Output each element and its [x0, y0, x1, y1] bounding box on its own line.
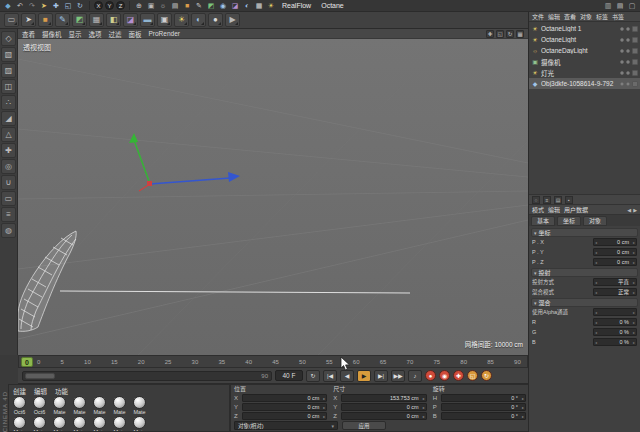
- viewport-menu-item[interactable]: 摄像机: [42, 29, 62, 39]
- history-icon[interactable]: ▭: [4, 13, 19, 27]
- axis-z-button[interactable]: Z: [116, 1, 125, 10]
- snap-icon[interactable]: ∪: [1, 175, 16, 190]
- environment-icon[interactable]: ◐: [242, 1, 252, 11]
- make-editable-icon[interactable]: ◇: [1, 31, 16, 46]
- camera-tool-icon[interactable]: ▣: [157, 13, 172, 27]
- visibility-dot-render[interactable]: [626, 49, 630, 53]
- visibility-dot-render[interactable]: [626, 82, 630, 86]
- subdivision-icon[interactable]: ◩: [206, 1, 216, 11]
- record-scale-button[interactable]: ◱: [467, 370, 478, 381]
- object-menu-item[interactable]: 书签: [612, 12, 624, 21]
- viewport-menu-item[interactable]: ProRender: [149, 30, 180, 37]
- attribute-tab[interactable]: 基本: [531, 216, 555, 226]
- floor-tool-icon[interactable]: ▬: [140, 13, 155, 27]
- object-row[interactable]: ☀ 灯光: [529, 67, 640, 78]
- attribute-field[interactable]: [593, 308, 637, 316]
- material-item[interactable]: Mate: [11, 416, 28, 432]
- toggle-view-icon[interactable]: ▦: [516, 30, 524, 38]
- measure-icon[interactable]: ◍: [1, 223, 16, 238]
- spline-tool-icon[interactable]: ✎: [55, 13, 70, 27]
- attr-forward-icon[interactable]: ▶: [633, 207, 637, 213]
- object-tag-icon[interactable]: [632, 59, 638, 65]
- viewport-menu-item[interactable]: 查看: [22, 29, 35, 39]
- attribute-tab[interactable]: 坐标: [557, 216, 581, 226]
- object-menu-item[interactable]: 标签: [596, 12, 608, 21]
- position-field[interactable]: 0 cm: [242, 412, 327, 420]
- axis-y-button[interactable]: Y: [105, 1, 114, 10]
- workplane-lock-icon[interactable]: ▭: [1, 191, 16, 206]
- object-row[interactable]: ◆ Obj3dkfe-1058614-9-792: [529, 78, 640, 89]
- points-mode-icon[interactable]: ∴: [1, 95, 16, 110]
- quantize-icon[interactable]: ≡: [1, 207, 16, 222]
- search-icon[interactable]: ○: [532, 196, 540, 204]
- visibility-dot-editor[interactable]: [620, 71, 624, 75]
- workplane-icon[interactable]: ◫: [1, 79, 16, 94]
- attribute-field[interactable]: 0 cm: [593, 248, 637, 256]
- light-tool-icon[interactable]: ☀: [174, 13, 189, 27]
- visibility-dot-editor[interactable]: [620, 27, 624, 31]
- material-menu-item[interactable]: 创建: [13, 386, 26, 396]
- cube-primitive-icon[interactable]: ■: [182, 1, 192, 11]
- material-item[interactable]: Mate: [51, 416, 68, 432]
- apply-button[interactable]: 应用: [342, 421, 386, 430]
- object-row[interactable]: ☼ OctaneDayLight: [529, 45, 640, 56]
- object-menu-item[interactable]: 查看: [564, 12, 576, 21]
- attribute-field[interactable]: 0 cm: [593, 258, 637, 266]
- frame-field[interactable]: 40 F: [275, 370, 303, 381]
- axis-mode-icon[interactable]: ✚: [1, 143, 16, 158]
- attribute-field[interactable]: 0 %: [593, 318, 637, 326]
- material-item[interactable]: Mate: [131, 396, 148, 415]
- attribute-select[interactable]: 正常: [593, 288, 637, 296]
- current-frame-marker[interactable]: 0: [21, 357, 33, 367]
- perspective-viewport[interactable]: 透视视图 网格间距: 10000 cm: [18, 39, 528, 355]
- select-tool-icon[interactable]: ➤: [21, 13, 36, 27]
- render-view-icon[interactable]: ▣: [146, 1, 156, 11]
- cube-tool-icon[interactable]: ■: [38, 13, 53, 27]
- attribute-menu-item[interactable]: 用户数据: [564, 205, 588, 214]
- wireframe-mesh[interactable]: [18, 231, 76, 331]
- coordinate-mode-select[interactable]: 对象(相对): [234, 421, 338, 430]
- attribute-field[interactable]: 0 %: [593, 328, 637, 336]
- attr-back-icon[interactable]: ◀: [627, 207, 631, 213]
- move-icon[interactable]: ✚: [51, 1, 61, 11]
- render-tool-icon[interactable]: ▶: [225, 13, 240, 27]
- viewport-menu-item[interactable]: 显示: [69, 29, 82, 39]
- material-item[interactable]: Mate: [91, 416, 108, 432]
- menu-octane[interactable]: Octane: [317, 2, 348, 9]
- play-button[interactable]: ▶: [357, 370, 371, 382]
- material-item[interactable]: Mate: [71, 416, 88, 432]
- redo-icon[interactable]: ↷: [27, 1, 37, 11]
- window-icon[interactable]: ▢: [627, 1, 637, 11]
- deformer-icon[interactable]: ◪: [230, 1, 240, 11]
- axis-x-button[interactable]: X: [94, 1, 103, 10]
- axis-gizmo[interactable]: [129, 133, 240, 191]
- visibility-dot-editor[interactable]: [620, 38, 624, 42]
- texture-mode-icon[interactable]: ▨: [1, 63, 16, 78]
- loop-button[interactable]: ↻: [306, 370, 320, 382]
- pan-view-icon[interactable]: ✚: [486, 30, 494, 38]
- object-menu-item[interactable]: 文件: [532, 12, 544, 21]
- object-manager-list[interactable]: ☀ OctaneLight 1 ☀ OctaneLight ☼ OctaneDa…: [529, 22, 640, 194]
- section-header-projection[interactable]: 投射: [531, 268, 638, 277]
- attribute-select[interactable]: 平直: [593, 278, 637, 286]
- render-queue-icon[interactable]: ▤: [170, 1, 180, 11]
- visibility-dot-editor[interactable]: [620, 82, 624, 86]
- object-menu-item[interactable]: 对象: [580, 12, 592, 21]
- object-row[interactable]: ☀ OctaneLight: [529, 34, 640, 45]
- sound-button[interactable]: ♪: [408, 370, 422, 382]
- rotate-view-icon[interactable]: ↻: [506, 30, 514, 38]
- render-settings-icon[interactable]: ☼: [158, 1, 168, 11]
- material-item[interactable]: Mate: [71, 396, 88, 415]
- object-tag-icon[interactable]: [632, 70, 638, 76]
- range-slider-handle[interactable]: [25, 373, 55, 379]
- zoom-view-icon[interactable]: ◱: [496, 30, 504, 38]
- visibility-dot-render[interactable]: [626, 60, 630, 64]
- panels-icon[interactable]: ▤: [615, 1, 625, 11]
- visibility-dot-render[interactable]: [626, 27, 630, 31]
- visibility-dot-render[interactable]: [626, 38, 630, 42]
- material-item[interactable]: Mate: [111, 416, 128, 432]
- material-item[interactable]: Mate: [131, 416, 148, 432]
- material-item[interactable]: Mate: [51, 396, 68, 415]
- material-item[interactable]: Mate: [31, 416, 48, 432]
- section-header-coordinates[interactable]: 坐标: [531, 228, 638, 237]
